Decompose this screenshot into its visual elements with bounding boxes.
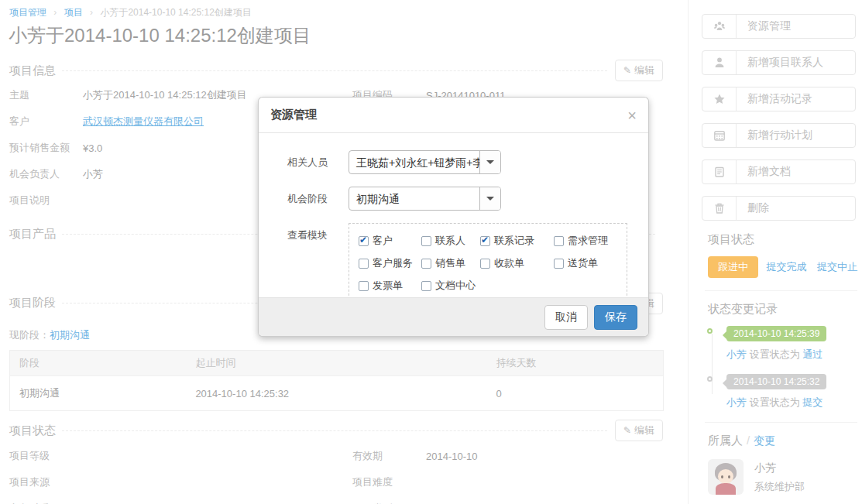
resource-management-dialog: 资源管理 × 相关人员 王晓茹+刘永红+钮梦雨+李江涛 机会阶段 初期沟通 查看… <box>258 97 649 337</box>
close-icon[interactable]: × <box>627 110 637 121</box>
module-checkbox[interactable]: 文档中心 <box>421 279 480 293</box>
module-checkbox[interactable]: 需求管理 <box>554 234 617 248</box>
module-checkbox[interactable]: 客户 <box>359 234 421 248</box>
page: 项目管理 › 项目 › 小芳于2014-10-10 14:25:12创建项目 小… <box>0 0 862 504</box>
module-checkbox[interactable]: 发票单 <box>359 279 421 293</box>
opportunity-stage-label: 机会阶段 <box>287 187 349 211</box>
dialog-title: 资源管理 <box>270 108 317 122</box>
view-modules-label: 查看模块 <box>287 223 349 303</box>
opportunity-stage-row: 机会阶段 初期沟通 <box>287 187 637 211</box>
module-checkbox[interactable]: 送货单 <box>554 256 617 270</box>
opportunity-stage-select[interactable]: 初期沟通 <box>349 187 501 211</box>
related-people-row: 相关人员 王晓茹+刘永红+钮梦雨+李江涛 <box>287 150 637 174</box>
module-checkbox[interactable]: 客户服务 <box>359 256 421 270</box>
module-checkbox[interactable]: 联系记录 <box>480 234 554 248</box>
modules-checkbox-group: 客户 联系人 联系记录 需求管理 客户服务 销售单 收款单 送货单 发票单 文档… <box>349 223 627 303</box>
view-modules-row: 查看模块 客户 联系人 联系记录 需求管理 客户服务 销售单 收款单 送货单 发… <box>287 223 637 303</box>
chevron-down-icon[interactable] <box>479 151 500 173</box>
module-checkbox[interactable]: 联系人 <box>421 234 480 248</box>
related-people-select[interactable]: 王晓茹+刘永红+钮梦雨+李江涛 <box>349 150 501 174</box>
module-checkbox[interactable]: 收款单 <box>480 256 554 270</box>
dialog-footer: 取消 保存 <box>259 297 648 336</box>
module-checkbox[interactable]: 销售单 <box>421 256 480 270</box>
related-people-value: 王晓茹+刘永红+钮梦雨+李江涛 <box>349 151 479 173</box>
related-people-label: 相关人员 <box>287 150 349 174</box>
save-button[interactable]: 保存 <box>594 305 637 330</box>
cancel-button[interactable]: 取消 <box>544 305 588 330</box>
opportunity-stage-value: 初期沟通 <box>349 187 479 210</box>
chevron-down-icon[interactable] <box>479 187 500 210</box>
